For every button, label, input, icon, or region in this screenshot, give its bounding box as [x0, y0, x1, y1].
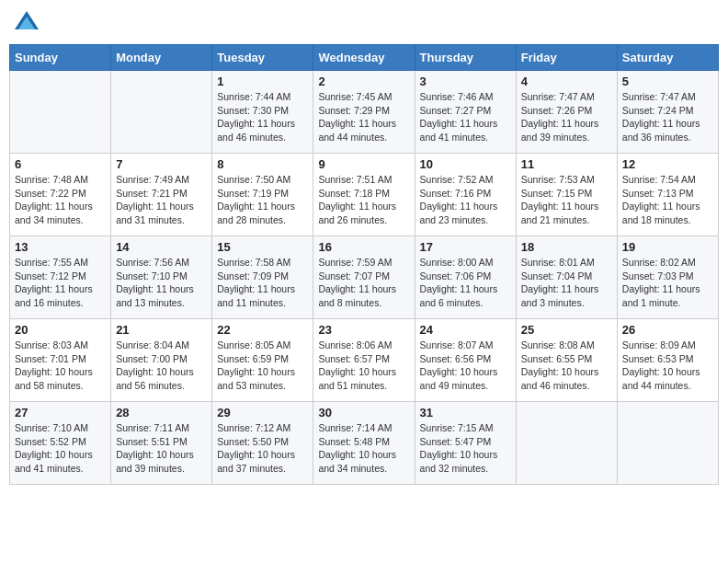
weekday-header-sunday: Sunday: [10, 45, 111, 71]
day-info: Sunrise: 7:54 AMSunset: 7:13 PMDaylight:…: [622, 173, 713, 227]
day-info: Sunrise: 7:58 AMSunset: 7:09 PMDaylight:…: [217, 256, 308, 310]
calendar-body: 1Sunrise: 7:44 AMSunset: 7:30 PMDaylight…: [10, 71, 719, 485]
day-number: 15: [217, 240, 308, 254]
day-number: 3: [420, 75, 511, 88]
calendar-cell: 16Sunrise: 7:59 AMSunset: 7:07 PMDayligh…: [313, 236, 415, 319]
day-number: 1: [217, 75, 308, 88]
calendar-cell: 20Sunrise: 8:03 AMSunset: 7:01 PMDayligh…: [10, 319, 111, 402]
day-info: Sunrise: 7:45 AMSunset: 7:29 PMDaylight:…: [318, 90, 409, 144]
day-number: 11: [521, 157, 612, 171]
day-number: 4: [521, 75, 612, 88]
day-info: Sunrise: 8:07 AMSunset: 6:56 PMDaylight:…: [420, 339, 511, 393]
day-number: 2: [318, 75, 409, 88]
calendar-cell: 4Sunrise: 7:47 AMSunset: 7:26 PMDaylight…: [516, 71, 617, 154]
day-number: 12: [622, 157, 713, 171]
calendar-cell: 17Sunrise: 8:00 AMSunset: 7:06 PMDayligh…: [415, 236, 516, 319]
calendar-cell: 24Sunrise: 8:07 AMSunset: 6:56 PMDayligh…: [415, 319, 516, 402]
day-info: Sunrise: 7:47 AMSunset: 7:24 PMDaylight:…: [622, 90, 713, 144]
day-number: 18: [521, 240, 612, 254]
day-info: Sunrise: 7:49 AMSunset: 7:21 PMDaylight:…: [116, 173, 207, 227]
weekday-header-monday: Monday: [111, 45, 212, 71]
calendar-week-2: 6Sunrise: 7:48 AMSunset: 7:22 PMDaylight…: [10, 154, 719, 236]
calendar-cell: 23Sunrise: 8:06 AMSunset: 6:57 PMDayligh…: [313, 319, 415, 402]
day-info: Sunrise: 7:59 AMSunset: 7:07 PMDaylight:…: [318, 256, 409, 310]
calendar-cell: 7Sunrise: 7:49 AMSunset: 7:21 PMDaylight…: [111, 154, 212, 236]
calendar-week-4: 20Sunrise: 8:03 AMSunset: 7:01 PMDayligh…: [10, 319, 719, 402]
day-number: 16: [318, 240, 409, 254]
weekday-row: SundayMondayTuesdayWednesdayThursdayFrid…: [10, 45, 719, 71]
day-info: Sunrise: 8:09 AMSunset: 6:53 PMDaylight:…: [622, 339, 713, 393]
calendar-cell: 3Sunrise: 7:46 AMSunset: 7:27 PMDaylight…: [415, 71, 516, 154]
day-info: Sunrise: 7:12 AMSunset: 5:50 PMDaylight:…: [217, 421, 308, 476]
calendar-cell: 18Sunrise: 8:01 AMSunset: 7:04 PMDayligh…: [516, 236, 617, 319]
day-number: 29: [217, 406, 308, 419]
calendar-table: SundayMondayTuesdayWednesdayThursdayFrid…: [9, 44, 719, 485]
day-number: 7: [116, 157, 207, 171]
calendar-cell: 22Sunrise: 8:05 AMSunset: 6:59 PMDayligh…: [212, 319, 313, 402]
calendar-cell: 30Sunrise: 7:14 AMSunset: 5:48 PMDayligh…: [313, 402, 415, 485]
day-info: Sunrise: 8:04 AMSunset: 7:00 PMDaylight:…: [116, 339, 207, 393]
calendar-cell: 25Sunrise: 8:08 AMSunset: 6:55 PMDayligh…: [516, 319, 617, 402]
day-info: Sunrise: 7:52 AMSunset: 7:16 PMDaylight:…: [420, 173, 511, 227]
calendar-cell: 15Sunrise: 7:58 AMSunset: 7:09 PMDayligh…: [212, 236, 313, 319]
calendar-cell: [111, 71, 212, 154]
calendar-cell: 12Sunrise: 7:54 AMSunset: 7:13 PMDayligh…: [617, 154, 718, 236]
calendar-cell: 14Sunrise: 7:56 AMSunset: 7:10 PMDayligh…: [111, 236, 212, 319]
logo-icon: [13, 9, 40, 37]
day-number: 20: [15, 323, 106, 337]
day-number: 23: [318, 323, 409, 337]
calendar-header: SundayMondayTuesdayWednesdayThursdayFrid…: [10, 45, 719, 71]
day-info: Sunrise: 7:11 AMSunset: 5:51 PMDaylight:…: [116, 421, 207, 476]
day-number: 21: [116, 323, 207, 337]
day-number: 5: [622, 75, 713, 88]
day-number: 27: [15, 406, 106, 419]
day-info: Sunrise: 8:00 AMSunset: 7:06 PMDaylight:…: [420, 256, 511, 310]
day-number: 28: [116, 406, 207, 419]
day-info: Sunrise: 7:14 AMSunset: 5:48 PMDaylight:…: [318, 421, 409, 476]
weekday-header-saturday: Saturday: [617, 45, 718, 71]
day-info: Sunrise: 8:02 AMSunset: 7:03 PMDaylight:…: [622, 256, 713, 310]
calendar-cell: 11Sunrise: 7:53 AMSunset: 7:15 PMDayligh…: [516, 154, 617, 236]
calendar-week-5: 27Sunrise: 7:10 AMSunset: 5:52 PMDayligh…: [10, 402, 719, 485]
day-info: Sunrise: 7:15 AMSunset: 5:47 PMDaylight:…: [420, 421, 511, 476]
calendar-cell: 5Sunrise: 7:47 AMSunset: 7:24 PMDaylight…: [617, 71, 718, 154]
calendar-cell: 21Sunrise: 8:04 AMSunset: 7:00 PMDayligh…: [111, 319, 212, 402]
day-info: Sunrise: 7:51 AMSunset: 7:18 PMDaylight:…: [318, 173, 409, 227]
day-info: Sunrise: 8:03 AMSunset: 7:01 PMDaylight:…: [15, 339, 106, 393]
day-number: 24: [420, 323, 511, 337]
calendar-cell: 13Sunrise: 7:55 AMSunset: 7:12 PMDayligh…: [10, 236, 111, 319]
day-number: 26: [622, 323, 713, 337]
day-number: 9: [318, 157, 409, 171]
calendar-cell: 27Sunrise: 7:10 AMSunset: 5:52 PMDayligh…: [10, 402, 111, 485]
day-number: 13: [15, 240, 106, 254]
day-info: Sunrise: 8:05 AMSunset: 6:59 PMDaylight:…: [217, 339, 308, 393]
weekday-header-wednesday: Wednesday: [313, 45, 415, 71]
calendar-cell: 28Sunrise: 7:11 AMSunset: 5:51 PMDayligh…: [111, 402, 212, 485]
calendar-cell: 1Sunrise: 7:44 AMSunset: 7:30 PMDaylight…: [212, 71, 313, 154]
calendar-cell: 2Sunrise: 7:45 AMSunset: 7:29 PMDaylight…: [313, 71, 415, 154]
day-info: Sunrise: 8:01 AMSunset: 7:04 PMDaylight:…: [521, 256, 612, 310]
page-header: [9, 9, 719, 37]
day-info: Sunrise: 7:55 AMSunset: 7:12 PMDaylight:…: [15, 256, 106, 310]
day-number: 19: [622, 240, 713, 254]
weekday-header-friday: Friday: [516, 45, 617, 71]
day-info: Sunrise: 7:56 AMSunset: 7:10 PMDaylight:…: [116, 256, 207, 310]
day-info: Sunrise: 7:53 AMSunset: 7:15 PMDaylight:…: [521, 173, 612, 227]
day-info: Sunrise: 7:44 AMSunset: 7:30 PMDaylight:…: [217, 90, 308, 144]
day-info: Sunrise: 8:08 AMSunset: 6:55 PMDaylight:…: [521, 339, 612, 393]
day-number: 22: [217, 323, 308, 337]
day-info: Sunrise: 8:06 AMSunset: 6:57 PMDaylight:…: [318, 339, 409, 393]
day-number: 6: [15, 157, 106, 171]
day-info: Sunrise: 7:10 AMSunset: 5:52 PMDaylight:…: [15, 421, 106, 476]
day-number: 14: [116, 240, 207, 254]
calendar-cell: [516, 402, 617, 485]
day-number: 17: [420, 240, 511, 254]
calendar-cell: 6Sunrise: 7:48 AMSunset: 7:22 PMDaylight…: [10, 154, 111, 236]
calendar-cell: [617, 402, 718, 485]
day-number: 30: [318, 406, 409, 419]
calendar-cell: [10, 71, 111, 154]
logo: [13, 9, 44, 37]
calendar-week-1: 1Sunrise: 7:44 AMSunset: 7:30 PMDaylight…: [10, 71, 719, 154]
day-info: Sunrise: 7:48 AMSunset: 7:22 PMDaylight:…: [15, 173, 106, 227]
day-info: Sunrise: 7:46 AMSunset: 7:27 PMDaylight:…: [420, 90, 511, 144]
